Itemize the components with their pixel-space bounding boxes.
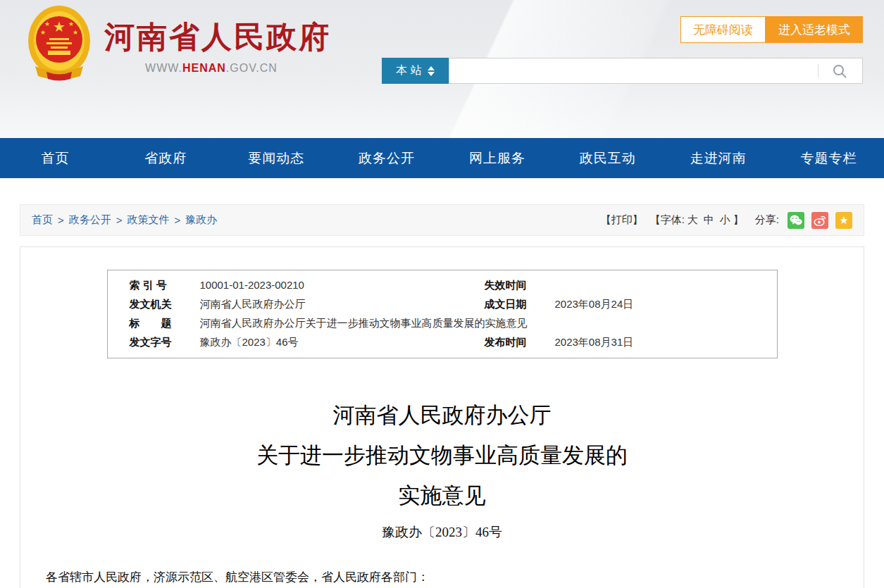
meta-label-index-number: 索 引 号: [130, 277, 200, 293]
site-url-highlight: HENAN: [182, 62, 226, 74]
breadcrumb: 首页 > 政务公开 > 政策文件 > 豫政办: [32, 213, 217, 227]
document-title-line-1: 河南省人民政府办公厅: [20, 395, 864, 435]
elder-mode-button[interactable]: 进入适老模式: [766, 16, 863, 43]
document-paragraph-salutation: 各省辖市人民政府，济源示范区、航空港区管委会，省人民政府各部门：: [46, 568, 838, 587]
site-url: WWW.HENAN.GOV.CN: [106, 62, 317, 75]
site-url-suffix: .GOV.CN: [226, 62, 278, 74]
document-title-line-3: 实施意见: [20, 475, 864, 515]
meta-value-index-number: 10001-01-2023-00210: [200, 277, 485, 293]
meta-label-publish-date: 发布时间: [485, 334, 555, 350]
document-body: 各省辖市人民政府，济源示范区、航空港区管委会，省人民政府各部门： 为加强新时代文…: [46, 568, 838, 588]
nav-item-provincial-government[interactable]: 省政府: [111, 138, 221, 178]
meta-row-issuing-agency: 发文机关 河南省人民政府办公厅 成文日期 2023年08月24日: [108, 294, 777, 313]
document-title-line-2: 关于进一步推动文物事业高质量发展的: [20, 435, 864, 475]
qzone-share-icon[interactable]: ★: [835, 212, 852, 229]
document-title: 河南省人民政府办公厅 关于进一步推动文物事业高质量发展的 实施意见: [20, 395, 864, 515]
font-size-control: 【字体:大中小】: [650, 213, 744, 227]
svg-text:★: ★: [44, 20, 50, 27]
meta-row-document-number: 发文字号 豫政办〔2023〕46号 发布时间 2023年08月31日: [108, 332, 777, 351]
page-toolbar: 【打印】 【字体:大中小】 分享:: [601, 212, 852, 229]
weibo-share-icon[interactable]: [811, 212, 828, 229]
site-header: ★ ★ ★ ★ ★ 河南省人民政府 WWW.HENAN.GOV.CN 无障碍阅读…: [0, 0, 884, 138]
font-size-medium-button[interactable]: 中: [704, 213, 714, 225]
search-input[interactable]: [449, 58, 862, 83]
site-url-prefix: WWW.: [145, 62, 182, 74]
nav-item-public-interaction[interactable]: 政民互动: [552, 138, 663, 178]
breadcrumb-government-affairs[interactable]: 政务公开: [69, 213, 111, 227]
font-size-label-close: 】: [733, 213, 744, 225]
breadcrumb-current[interactable]: 豫政办: [185, 213, 217, 227]
svg-text:★: ★: [40, 29, 46, 36]
breadcrumb-separator: >: [58, 214, 64, 226]
document-number: 豫政办〔2023〕46号: [20, 523, 864, 542]
svg-text:★: ★: [53, 19, 66, 35]
page: ★ ★ ★ ★ ★ 河南省人民政府 WWW.HENAN.GOV.CN 无障碍阅读…: [0, 0, 884, 588]
breadcrumb-bar: 首页 > 政务公开 > 政策文件 > 豫政办 【打印】 【字体:大中小】 分享:: [20, 204, 864, 236]
search-icon[interactable]: [832, 63, 848, 80]
meta-label-written-date: 成文日期: [485, 296, 555, 312]
nav-item-home[interactable]: 首页: [0, 138, 111, 178]
breadcrumb-home[interactable]: 首页: [32, 213, 53, 227]
svg-text:★: ★: [73, 29, 78, 36]
accessibility-reading-button[interactable]: 无障碍阅读: [680, 16, 766, 43]
svg-text:★: ★: [68, 20, 74, 27]
header-action-buttons: 无障碍阅读 进入适老模式: [680, 16, 863, 43]
breadcrumb-separator: >: [175, 214, 181, 226]
main-nav: 首页 省政府 要闻动态 政务公开 网上服务 政民互动 走进河南 专题专栏: [0, 138, 884, 178]
nav-item-special-topics[interactable]: 专题专栏: [773, 138, 884, 178]
breadcrumb-separator: >: [116, 214, 123, 226]
meta-value-publish-date: 2023年08月31日: [555, 334, 777, 350]
meta-label-issuing-agency: 发文机关: [130, 296, 200, 312]
nav-item-government-affairs[interactable]: 政务公开: [332, 138, 442, 178]
wechat-share-icon[interactable]: [787, 212, 804, 229]
nav-item-news[interactable]: 要闻动态: [221, 138, 332, 178]
search-scope-label: 本 站: [396, 63, 421, 78]
search-input-wrap: [449, 58, 863, 84]
site-title: 河南省人民政府: [104, 17, 331, 58]
nav-item-about-henan[interactable]: 走进河南: [663, 138, 773, 178]
search-scope-select[interactable]: 本 站: [382, 58, 449, 84]
breadcrumb-policy-documents[interactable]: 政策文件: [127, 213, 170, 227]
meta-label-title: 标 题: [130, 315, 200, 331]
meta-value-expiry-date: [555, 277, 777, 293]
font-size-small-button[interactable]: 小: [720, 213, 730, 225]
font-size-label: 【字体:: [650, 213, 685, 225]
meta-row-title: 标 题 河南省人民政府办公厅关于进一步推动文物事业高质量发展的实施意见: [108, 313, 777, 332]
chevron-updown-icon: [428, 66, 435, 76]
meta-value-document-number: 豫政办〔2023〕46号: [200, 334, 485, 350]
meta-value-issuing-agency: 河南省人民政府办公厅: [200, 296, 485, 312]
meta-row-index: 索 引 号 10001-01-2023-00210 失效时间: [108, 275, 777, 294]
nav-item-online-services[interactable]: 网上服务: [442, 138, 553, 178]
document-panel: 索 引 号 10001-01-2023-00210 失效时间 发文机关 河南省人…: [20, 246, 864, 588]
print-button[interactable]: 【打印】: [601, 213, 643, 227]
meta-value-written-date: 2023年08月24日: [555, 296, 777, 312]
national-emblem-icon: ★ ★ ★ ★ ★: [25, 4, 93, 85]
meta-value-title: 河南省人民政府办公厅关于进一步推动文物事业高质量发展的实施意见: [200, 315, 777, 331]
meta-label-expiry-date: 失效时间: [485, 277, 555, 293]
star-icon: ★: [839, 215, 848, 225]
search-bar: 本 站: [382, 58, 863, 84]
meta-label-document-number: 发文字号: [130, 334, 200, 350]
search-divider: [818, 64, 818, 77]
font-size-large-button[interactable]: 大: [687, 213, 698, 225]
share-label: 分享:: [755, 213, 779, 227]
document-meta-table: 索 引 号 10001-01-2023-00210 失效时间 发文机关 河南省人…: [107, 270, 778, 358]
